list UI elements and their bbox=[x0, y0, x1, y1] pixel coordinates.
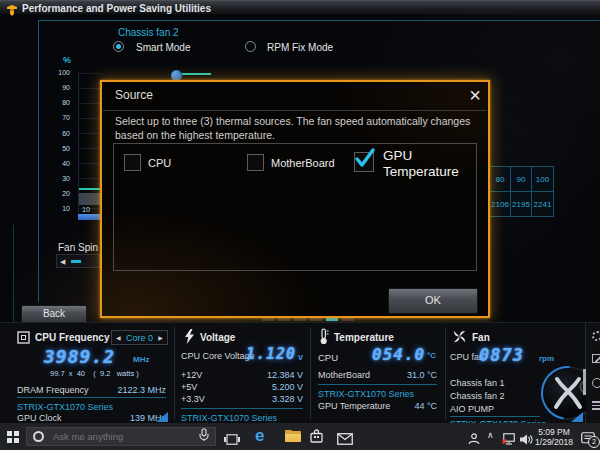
dialog-title: Source bbox=[115, 88, 153, 102]
microphone-icon[interactable] bbox=[199, 428, 209, 446]
app-title: Performance and Power Saving Utilities bbox=[22, 2, 211, 15]
tray-clock[interactable]: 5:09 PM 1/29/2018 bbox=[531, 427, 577, 447]
checkbox-gpu-temperature-label: GPU Temperature bbox=[383, 148, 471, 180]
motherboard-temp-value: 31.0 °C bbox=[382, 370, 437, 380]
app-window: Performance and Power Saving Utilities C… bbox=[0, 0, 600, 423]
rail-5v-value: 5.200 V bbox=[238, 382, 303, 392]
action-center-icon[interactable]: 2 bbox=[581, 430, 595, 448]
app-title-bar: Performance and Power Saving Utilities bbox=[0, 0, 600, 14]
cpu-temp-label: CPU bbox=[318, 352, 338, 363]
gpu-divider bbox=[318, 384, 437, 385]
resize-corner-icon[interactable] bbox=[571, 412, 583, 422]
notification-badge: 2 bbox=[588, 436, 600, 448]
menu-icon[interactable] bbox=[592, 401, 600, 411]
network-icon[interactable] bbox=[502, 431, 516, 449]
thermometer-icon bbox=[319, 328, 329, 349]
task-view-icon[interactable] bbox=[224, 431, 240, 449]
fan-name-label: Chassis fan 2 bbox=[118, 27, 179, 38]
y-tick: 20 bbox=[54, 190, 70, 197]
rail-3v-label: +3.3V bbox=[181, 394, 205, 404]
cpu-core-voltage-unit: v bbox=[298, 352, 303, 362]
cpu-core-voltage-label: CPU Core Voltage bbox=[181, 351, 255, 361]
core-prev-icon[interactable]: ◀ bbox=[116, 334, 121, 341]
curve-table-temp-cell: 80 bbox=[489, 166, 511, 192]
dialog-separator bbox=[103, 110, 487, 111]
gear-icon[interactable] bbox=[592, 331, 600, 341]
stepper-value-dash bbox=[71, 260, 81, 263]
core-selector[interactable]: ◀ Core 0 ▶ bbox=[111, 330, 168, 345]
start-button[interactable] bbox=[7, 431, 19, 443]
store-icon[interactable] bbox=[310, 429, 323, 447]
fan-spin-stepper[interactable]: ◀ bbox=[56, 254, 100, 268]
panel-top-border bbox=[38, 20, 600, 21]
dialog-description-line1: Select up to three (3) thermal sources. … bbox=[115, 115, 470, 127]
checkbox-motherboard[interactable] bbox=[247, 154, 264, 171]
record-circle-icon[interactable] bbox=[592, 378, 600, 388]
gpu-divider bbox=[181, 408, 303, 409]
section-divider bbox=[310, 327, 311, 420]
y-tick: 40 bbox=[54, 160, 70, 167]
people-icon[interactable] bbox=[468, 431, 480, 449]
ok-button[interactable]: OK bbox=[388, 288, 478, 314]
dram-frequency-label: DRAM Frequency bbox=[17, 385, 89, 395]
y-tick: 30 bbox=[54, 175, 70, 182]
file-explorer-icon[interactable] bbox=[285, 430, 301, 443]
cpu-fan-unit: rpm bbox=[539, 354, 554, 363]
aio-pump-label: AIO PUMP bbox=[450, 404, 494, 414]
mail-icon[interactable] bbox=[337, 431, 353, 449]
voltage-bolt-icon bbox=[184, 329, 195, 348]
radio-smart-mode-label: Smart Mode bbox=[136, 42, 190, 53]
checkbox-motherboard-label: MotherBoard bbox=[271, 157, 335, 169]
radio-rpm-fix-mode[interactable] bbox=[245, 41, 256, 52]
cpu-frequency-title: CPU Frequency bbox=[35, 332, 109, 343]
radio-smart-mode[interactable] bbox=[113, 41, 124, 52]
rail-5v-label: +5V bbox=[181, 382, 197, 392]
clock-date: 1/29/2018 bbox=[531, 437, 577, 447]
gpu-series-label: STRIX-GTX1070 Series bbox=[181, 413, 277, 423]
y-tick: 80 bbox=[54, 99, 70, 106]
curve-table-rpm-cell: 2241 bbox=[531, 191, 554, 217]
dram-frequency-value: 2122.3 MHz bbox=[96, 385, 166, 395]
tray-chevron-icon[interactable]: ∧ bbox=[487, 430, 494, 440]
page-dash[interactable] bbox=[342, 318, 354, 321]
y-axis-unit-label: % bbox=[63, 55, 71, 65]
radio-rpm-fix-mode-label: RPM Fix Mode bbox=[267, 42, 333, 53]
resize-corner-icon[interactable] bbox=[156, 412, 168, 422]
page-dash[interactable] bbox=[278, 318, 290, 321]
stepper-left-arrow-icon[interactable]: ◀ bbox=[60, 258, 65, 266]
edit-icon[interactable] bbox=[592, 354, 600, 363]
frame-left-border bbox=[13, 225, 14, 322]
y-tick: 50 bbox=[54, 145, 70, 152]
page-dash[interactable] bbox=[262, 318, 274, 321]
cpu-core-voltage-value: 1.120 bbox=[246, 345, 296, 363]
voltage-title: Voltage bbox=[200, 332, 235, 343]
search-input[interactable] bbox=[51, 430, 185, 443]
checkbox-cpu-label: CPU bbox=[148, 157, 171, 169]
curve-table-rpm-cell: 2195 bbox=[510, 191, 532, 217]
rail-12v-value: 12.384 V bbox=[238, 370, 303, 380]
clock-time: 5:09 PM bbox=[531, 427, 577, 437]
core-next-icon[interactable]: ▶ bbox=[158, 334, 163, 341]
page-dash[interactable] bbox=[294, 318, 306, 321]
x-tick: 10 bbox=[78, 206, 94, 213]
rail-12v-label: +12V bbox=[181, 370, 202, 380]
core-selector-value: Core 0 bbox=[126, 333, 153, 343]
gpu-temp-label: GPU Temperature bbox=[318, 401, 390, 411]
screen: Performance and Power Saving Utilities C… bbox=[0, 0, 600, 450]
close-icon[interactable]: × bbox=[464, 84, 486, 106]
cpu-temp-unit: °C bbox=[427, 351, 436, 360]
section-divider bbox=[174, 327, 175, 420]
page-dash[interactable] bbox=[310, 318, 322, 321]
y-tick: 70 bbox=[54, 114, 70, 121]
source-dialog: Source × Select up to three (3) thermal … bbox=[100, 80, 490, 318]
panel-left-border bbox=[38, 20, 39, 302]
gpu-divider bbox=[17, 397, 166, 398]
edge-browser-icon[interactable]: e bbox=[255, 426, 264, 446]
y-tick: 90 bbox=[54, 84, 70, 91]
scrollbar-thumb[interactable] bbox=[583, 369, 586, 395]
page-dash-active[interactable] bbox=[326, 318, 338, 321]
dialog-description-line2: based on the highest temperature. bbox=[115, 129, 275, 141]
gpu-series-label: STRIX-GTX1070 Series bbox=[318, 389, 414, 399]
search-box[interactable] bbox=[26, 427, 216, 446]
checkbox-cpu[interactable] bbox=[124, 154, 141, 171]
